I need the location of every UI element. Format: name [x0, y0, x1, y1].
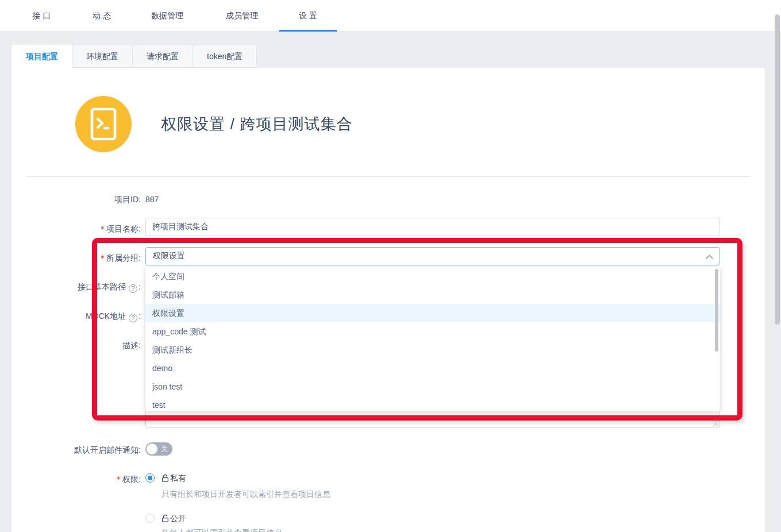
tab-token-config[interactable]: token配置 [193, 45, 257, 68]
tab-project-config[interactable]: 项目配置 [11, 45, 72, 68]
dropdown-option[interactable]: 测试新组长 [145, 341, 720, 359]
question-circle-icon[interactable] [129, 314, 137, 322]
toggle-knob [147, 444, 157, 454]
radio-public[interactable] [145, 514, 155, 523]
group-select[interactable]: 权限设置 [145, 247, 720, 265]
settings-tabbar: 项目配置 环境配置 请求配置 token配置 [11, 45, 256, 68]
mock-url-label: MOCK地址: [11, 310, 141, 322]
label-text: 项目名称: [106, 224, 141, 233]
project-id-value: 887 [145, 194, 159, 205]
project-name-label: *项目名称: [11, 223, 141, 234]
permission-label: *权限: [11, 473, 141, 485]
permission-option-label: 私有 [170, 473, 186, 483]
toggle-state-label: 关 [161, 442, 168, 456]
project-avatar [75, 96, 132, 152]
nav-item-interface[interactable]: 接 口 [13, 0, 70, 31]
required-asterisk: * [117, 475, 121, 484]
dropdown-option[interactable]: demo [145, 359, 720, 377]
group-label: *所属分组: [11, 252, 141, 264]
mail-notice-toggle[interactable]: 关 [145, 442, 172, 456]
section-divider [26, 176, 751, 177]
page-title: 权限设置 / 跨项目测试集合 [161, 114, 353, 134]
nav-item-activity[interactable]: 动 态 [73, 0, 130, 31]
permission-option-public[interactable]: 公开 [161, 513, 186, 523]
dropdown-option[interactable]: test [145, 396, 720, 411]
top-navigation: 接 口 动 态 数据管理 成员管理 设 置 [0, 0, 781, 32]
group-select-value: 权限设置 [153, 251, 185, 261]
chevron-up-icon [706, 255, 713, 262]
permission-private-description: 只有组长和项目开发者可以索引并查看项目信息 [161, 489, 330, 499]
required-asterisk: * [101, 253, 105, 263]
label-text: MOCK地址 [86, 311, 126, 321]
project-name-input[interactable] [145, 218, 720, 236]
terminal-icon [90, 107, 117, 141]
mail-notice-label: 默认开启邮件通知: [11, 444, 141, 456]
lock-icon [161, 474, 169, 483]
required-asterisk: * [101, 224, 105, 233]
dropdown-option[interactable]: 测试邮箱 [145, 286, 720, 304]
dropdown-option[interactable]: 个人空间 [145, 267, 720, 286]
yapi-project-settings-page: 接 口 动 态 数据管理 成员管理 设 置 项目配置 环境配置 请求配置 tok… [0, 0, 781, 532]
permission-option-label: 公开 [170, 513, 186, 523]
label-text: 接口基本路径 [78, 282, 126, 291]
nav-item-member-management[interactable]: 成员管理 [213, 0, 271, 31]
unlock-icon [161, 514, 169, 523]
label-colon: : [138, 282, 141, 291]
basepath-label: 接口基本路径: [11, 281, 141, 293]
scrollbar-thumb[interactable] [775, 14, 780, 325]
textarea-resize-handle[interactable] [712, 421, 718, 427]
group-dropdown: 个人空间 测试邮箱 权限设置 app_code 测试 测试新组长 demo js… [145, 267, 720, 411]
label-text: 权限: [122, 475, 141, 484]
dropdown-option[interactable]: app_code 测试 [145, 322, 720, 341]
dropdown-option-selected[interactable]: 权限设置 [145, 304, 720, 322]
permission-public-description: 任何人都可以索引并查看项目信息 [161, 527, 282, 532]
project-id-label: 项目ID: [11, 194, 141, 205]
description-label: 描述: [11, 340, 141, 351]
nav-item-settings[interactable]: 设 置 [279, 0, 337, 31]
permission-option-private[interactable]: 私有 [161, 473, 186, 483]
label-colon: : [138, 311, 141, 321]
nav-item-data-management[interactable]: 数据管理 [138, 0, 196, 31]
dropdown-option[interactable]: json test [145, 377, 720, 396]
question-circle-icon[interactable] [129, 284, 137, 293]
tab-request-config[interactable]: 请求配置 [132, 45, 193, 68]
page-scrollbar[interactable] [773, 0, 781, 532]
dropdown-scrollbar-thumb[interactable] [715, 269, 718, 352]
tab-env-config[interactable]: 环境配置 [72, 45, 133, 68]
radio-private[interactable] [145, 473, 155, 483]
label-text: 所属分组: [106, 253, 141, 263]
